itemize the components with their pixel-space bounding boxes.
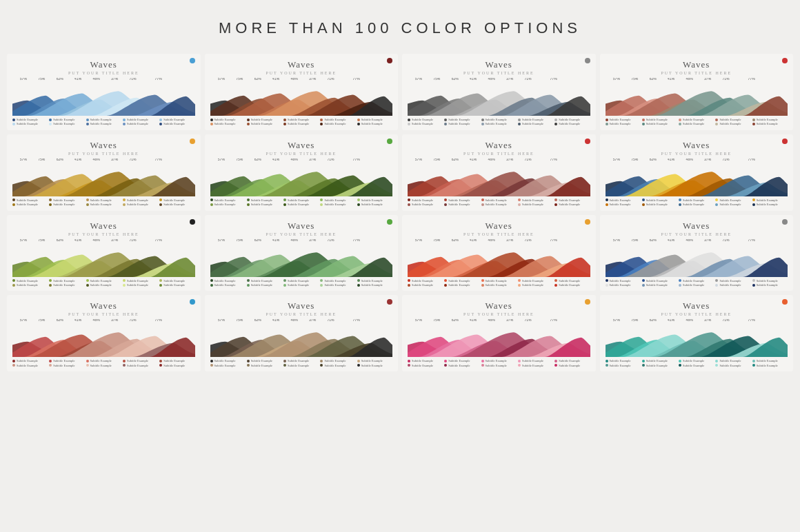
legend-item: Subtitle Example [642,198,677,202]
legend-dot [123,360,126,362]
legend-dot [715,203,718,206]
svg-text:41%: 41% [668,158,675,161]
legend-item: Subtitle Example [752,283,788,287]
legend-label: Subtitle Example [288,118,309,121]
svg-text:41%: 41% [272,319,280,322]
legend-dot [554,279,557,282]
legend-item: Subtitle Example [554,359,590,362]
legend-item: Subtitle Example [715,122,750,125]
legend-dot [752,360,755,362]
legend-item: Subtitle Example [12,279,48,283]
legend-dot [159,198,162,201]
svg-text:77%: 77% [550,158,558,161]
legend-item: Subtitle Example [247,359,282,362]
legend-item: Subtitle Example [444,279,479,283]
legend-label: Subtitle Example [522,118,543,121]
legend-dot [159,360,162,362]
legend-dot [408,284,410,287]
legend-item: Subtitle Example [159,118,194,121]
svg-text:41%: 41% [272,78,280,81]
legend-item: Subtitle Example [283,359,319,362]
svg-text:46%: 46% [290,78,298,81]
legend-item: Subtitle Example [715,118,750,121]
legend-label: Subtitle Example [214,122,236,125]
svg-text:75%: 75% [38,78,46,81]
legend-16: Subtitle ExampleSubtitle ExampleSubtitle… [606,359,788,367]
legend-dot [123,203,126,206]
legend-dot [283,119,286,121]
legend-dot [554,284,557,287]
card-title-14: Waves [210,300,393,311]
legend-dot [283,279,286,282]
legend-label: Subtitle Example [324,203,346,206]
legend-dot [752,203,755,206]
svg-text:41%: 41% [272,158,280,161]
legend-label: Subtitle Example [559,198,580,202]
waves-area-3: 57%75%62%41%46%37%71%77% [408,78,590,116]
legend-label: Subtitle Example [448,359,470,362]
legend-item: Subtitle Example [554,279,590,283]
legend-label: Subtitle Example [448,118,470,121]
legend-dot [357,203,360,206]
legend-label: Subtitle Example [757,359,778,362]
card-10: WavesPUT YOUR TITLE HERE 57%75%62%41%46%… [205,215,399,291]
legend-item: Subtitle Example [320,203,355,206]
legend-label: Subtitle Example [163,198,185,202]
legend-dot [444,203,447,206]
svg-text:62%: 62% [452,78,459,81]
legend-dot [12,279,15,282]
legend-label: Subtitle Example [288,364,309,367]
svg-text:71%: 71% [722,78,730,81]
legend-dot [752,364,755,367]
waves-area-11: 57%75%62%41%46%37%71%77% [408,239,590,277]
legend-dot [444,119,447,121]
legend-5: Subtitle ExampleSubtitle ExampleSubtitle… [12,198,195,207]
svg-text:37%: 37% [704,158,712,161]
card-subtitle-4: PUT YOUR TITLE HERE [606,71,788,75]
legend-item: Subtitle Example [247,198,282,202]
legend-label: Subtitle Example [486,364,507,367]
legend-label: Subtitle Example [757,283,778,287]
card-subtitle-12: PUT YOUR TITLE HERE [606,232,788,236]
card-dot-12 [782,219,788,225]
legend-label: Subtitle Example [361,203,383,206]
legend-item: Subtitle Example [49,198,84,202]
legend-9: Subtitle ExampleSubtitle ExampleSubtitle… [12,279,195,287]
legend-item: Subtitle Example [715,198,750,202]
svg-text:46%: 46% [686,158,693,161]
legend-item: Subtitle Example [12,364,48,367]
card-subtitle-7: PUT YOUR TITLE HERE [408,152,590,156]
svg-text:75%: 75% [631,319,639,322]
svg-text:57%: 57% [217,78,225,81]
legend-label: Subtitle Example [127,359,148,362]
svg-text:57%: 57% [612,239,620,242]
svg-text:46%: 46% [488,158,496,161]
legend-item: Subtitle Example [357,198,392,202]
svg-text:71%: 71% [327,78,334,81]
legend-label: Subtitle Example [646,198,668,202]
svg-text:71%: 71% [524,78,532,81]
legend-label: Subtitle Example [683,279,704,283]
legend-label: Subtitle Example [610,122,631,125]
legend-dot [357,198,360,201]
legend-item: Subtitle Example [715,364,750,367]
legend-label: Subtitle Example [683,364,704,367]
svg-text:41%: 41% [470,158,477,161]
legend-item: Subtitle Example [210,118,246,121]
legend-label: Subtitle Example [53,359,74,362]
legend-label: Subtitle Example [163,279,185,283]
legend-item: Subtitle Example [642,283,677,287]
svg-text:75%: 75% [236,78,243,81]
legend-dot [444,198,447,201]
legend-dot [49,123,52,125]
svg-text:62%: 62% [452,158,459,161]
legend-item: Subtitle Example [481,364,517,367]
legend-item: Subtitle Example [123,122,158,125]
legend-dot [357,284,360,287]
legend-dot [481,360,484,362]
legend-label: Subtitle Example [610,283,631,287]
legend-dot [679,198,681,201]
svg-text:77%: 77% [748,239,755,242]
svg-text:46%: 46% [290,239,298,242]
legend-item: Subtitle Example [247,283,282,287]
